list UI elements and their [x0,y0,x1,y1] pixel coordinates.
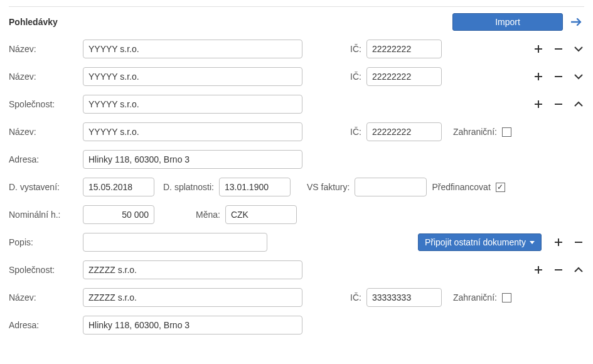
ic-input [366,288,442,307]
popis-label: Popis: [9,237,83,247]
adresa-input [83,150,302,169]
plus-icon[interactable] [533,43,544,55]
ic-label: IČ: [350,72,361,82]
plus-icon[interactable] [553,237,564,248]
attach-documents-button[interactable]: Připojit ostatní dokumenty [418,233,542,251]
minus-icon[interactable] [553,99,564,110]
dates-row: D. vystavení: D. splatnosti: VS faktury:… [9,178,584,196]
predfin-checkbox[interactable]: ✓ [496,183,505,192]
ic-input [366,122,442,141]
spolecnost-label: Společnost: [9,99,83,109]
chevron-down-icon[interactable] [573,43,584,55]
ic-label: IČ: [350,292,361,302]
spolecnost-input[interactable] [83,260,302,279]
header-row: Pohledávky Import [9,13,584,31]
ic-label: IČ: [350,127,361,137]
zahranicni-label: Zahraniční: [453,292,497,302]
spolecnost-input[interactable] [83,95,302,114]
plus-icon[interactable] [533,264,544,276]
zahranicni-label: Zahraniční: [453,127,497,137]
mena-input [225,205,297,224]
top-divider [9,6,584,7]
d-splatnosti-label: D. splatnosti: [163,182,214,192]
chevron-up-icon[interactable] [573,264,584,276]
company-detail-row: Název: IČ: Zahraniční: [9,288,584,307]
adresa-label: Adresa: [9,320,83,330]
nominal-row: Nominální h.: Měna: [9,205,584,224]
attach-documents-label: Připojit ostatní dokumenty [425,237,526,247]
nazev-input [83,288,302,307]
export-arrow-icon[interactable] [570,15,584,29]
mena-label: Měna: [196,210,220,220]
plus-icon[interactable] [533,71,544,82]
chevron-up-icon[interactable] [573,99,584,110]
nazev-label: Název: [9,72,83,82]
address-row: Adresa: [9,150,584,169]
nazev-label: Název: [9,292,83,302]
company-row: Společnost: [9,260,584,279]
vs-input[interactable] [355,178,427,196]
adresa-label: Adresa: [9,154,83,164]
dropdown-triangle-icon [530,241,535,244]
ic-label: IČ: [350,44,361,54]
ic-input [366,67,442,86]
minus-icon[interactable] [573,237,584,248]
company-row: Společnost: [9,95,584,114]
d-splatnosti-input[interactable] [219,178,291,196]
receivable-row: Název: IČ: [9,40,584,58]
vs-label: VS faktury: [307,182,350,192]
nazev-input [83,122,302,141]
minus-icon[interactable] [553,71,564,82]
address-row: Adresa: [9,316,584,335]
minus-icon[interactable] [553,43,564,55]
receivable-row: Název: IČ: [9,67,584,86]
nominal-input[interactable] [83,205,154,224]
company-detail-row: Název: IČ: Zahraniční: [9,122,584,141]
nazev-input [83,40,302,58]
chevron-down-icon[interactable] [573,71,584,82]
nazev-label: Název: [9,44,83,54]
zahranicni-checkbox[interactable] [502,127,511,137]
popis-row: Popis: Připojit ostatní dokumenty [9,233,584,252]
zahranicni-checkbox[interactable] [502,293,511,302]
minus-icon[interactable] [553,264,564,276]
popis-input[interactable] [83,233,267,252]
nazev-input [83,67,302,86]
nominal-label: Nominální h.: [9,210,83,220]
import-button[interactable]: Import [452,13,563,31]
nazev-label: Název: [9,127,83,137]
predfin-label: Předfinancovat [432,182,490,192]
ic-input [366,40,442,58]
spolecnost-label: Společnost: [9,265,83,275]
plus-icon[interactable] [533,99,544,110]
d-vystaveni-input[interactable] [83,178,154,196]
adresa-input [83,316,302,335]
d-vystaveni-label: D. vystavení: [9,182,83,192]
page-title: Pohledávky [9,17,58,27]
